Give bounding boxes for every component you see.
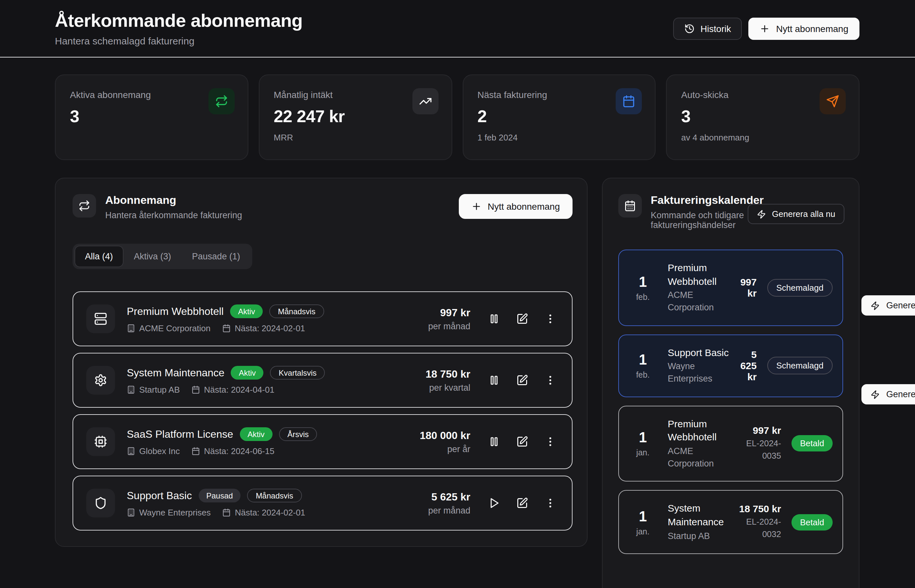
subscription-info: Support Basic Pausad Månadsvis Wayne Ent… xyxy=(127,489,305,517)
calendar-icon xyxy=(222,324,231,333)
client-name: ACME Corporation xyxy=(127,323,210,333)
event-day: 1 xyxy=(629,352,657,368)
stat-sub: MRR xyxy=(274,132,437,142)
generate-all-button[interactable]: Generera alla nu xyxy=(748,204,844,224)
price-period: per månad xyxy=(428,321,470,331)
next-billing: Nästa: 2024-04-01 xyxy=(191,385,274,395)
edit-button[interactable] xyxy=(516,374,528,386)
edit-button[interactable] xyxy=(516,497,528,509)
edit-button[interactable] xyxy=(516,436,528,447)
more-button[interactable] xyxy=(544,313,556,325)
subscription-name: System Maintenance xyxy=(127,367,225,379)
event-client: Startup AB xyxy=(668,530,733,542)
gear-icon xyxy=(86,366,115,395)
subscription-row: SaaS Platform License Aktiv Årsvis Globe… xyxy=(73,414,572,469)
subscription-actions xyxy=(488,313,556,325)
history-button[interactable]: Historik xyxy=(673,17,742,40)
event-client: ACME Corporation xyxy=(668,446,733,470)
event-date: 1 jan. xyxy=(629,430,657,458)
cpu-icon xyxy=(86,427,115,456)
pause-button[interactable] xyxy=(488,374,500,386)
event-name: Support Basic xyxy=(668,346,733,359)
plus-icon xyxy=(760,23,770,34)
subscription-name: Support Basic xyxy=(127,489,192,501)
event-client: Wayne Enterprises xyxy=(668,361,733,386)
event-info: Support Basic Wayne Enterprises xyxy=(668,346,733,385)
event-name: Premium Webbhotell xyxy=(668,417,733,444)
event-amount-block: 997 kr xyxy=(733,277,763,299)
history-button-label: Historik xyxy=(701,23,731,34)
calendar-icon xyxy=(223,508,231,517)
stat-sub: av 4 abonnemang xyxy=(681,132,845,142)
new-subscription-button-panel[interactable]: Nytt abonnemang xyxy=(459,194,572,219)
event-month: jan. xyxy=(629,449,657,458)
repeat-icon xyxy=(73,194,96,218)
billing-calendar-panel: Faktureringskalender Kommande och tidiga… xyxy=(601,178,860,588)
subscription-name: SaaS Platform License xyxy=(127,428,233,440)
interval-badge: Årsvis xyxy=(279,427,317,441)
subscription-filter-tabs: Alla (4) Aktiva (3) Pausade (1) xyxy=(73,244,252,269)
billing-calendar-titles: Faktureringskalender Kommande och tidiga… xyxy=(651,194,764,230)
subscription-row: Support Basic Pausad Månadsvis Wayne Ent… xyxy=(73,476,572,530)
event-info: Premium Webbhotell ACME Corporation xyxy=(668,417,733,470)
trending-up-icon xyxy=(412,88,438,114)
tab-pausade[interactable]: Pausade (1) xyxy=(182,246,250,267)
subscription-info: System Maintenance Aktiv Kvartalsvis Sta… xyxy=(127,366,325,395)
event-date: 1 feb. xyxy=(629,352,657,380)
status-badge: Aktiv xyxy=(240,427,273,441)
play-button[interactable] xyxy=(488,497,500,509)
billing-event-card: 1 feb. Support Basic Wayne Enterprises 5… xyxy=(618,334,843,397)
more-button[interactable] xyxy=(544,497,556,509)
price: 5 625 kr xyxy=(428,491,470,503)
event-month: feb. xyxy=(629,293,657,302)
building-icon xyxy=(127,508,135,517)
generate-now-overflow-button[interactable]: Generera nu xyxy=(862,384,915,404)
subscription-price: 5 625 kr per månad xyxy=(428,491,470,515)
more-button[interactable] xyxy=(544,436,556,447)
new-subscription-button-header[interactable]: Nytt abonnemang xyxy=(748,17,860,40)
billing-event-card: 1 feb. Premium Webbhotell ACME Corporati… xyxy=(618,250,843,326)
event-date: 1 feb. xyxy=(629,274,657,302)
new-subscription-label: Nytt abonnemang xyxy=(776,23,848,34)
pause-button[interactable] xyxy=(488,313,500,325)
event-amount: 997 kr xyxy=(733,425,781,436)
event-name: Premium Webbhotell xyxy=(668,261,733,288)
event-client: ACME Corporation xyxy=(668,290,733,314)
send-icon xyxy=(820,88,846,114)
stat-card-monthly-revenue: Månatlig intäkt 22 247 kr MRR xyxy=(259,74,452,160)
more-button[interactable] xyxy=(544,374,556,386)
subscription-actions xyxy=(488,374,556,386)
generate-all-label: Generera alla nu xyxy=(772,209,835,219)
page-title: Återkommande abonnemang xyxy=(55,10,302,31)
header-actions: Historik Nytt abonnemang xyxy=(673,17,860,40)
calendar-icon xyxy=(191,447,200,456)
interval-badge: Kvartalsvis xyxy=(270,366,325,380)
subscription-list: Premium Webbhotell Aktiv Månadsvis ACME … xyxy=(73,291,572,530)
calendar-days-icon xyxy=(618,194,642,218)
billing-calendar-subtitle: Kommande och tidigare faktureringshändel… xyxy=(651,210,754,230)
next-billing: Nästa: 2024-06-15 xyxy=(191,446,274,456)
server-icon xyxy=(86,304,115,333)
event-amount-block: 5 625 kr xyxy=(733,349,763,382)
subscription-info: SaaS Platform License Aktiv Årsvis Globe… xyxy=(127,427,317,456)
subscriptions-panel-titles: Abonnemang Hantera återkommande fakturer… xyxy=(105,194,242,220)
next-billing: Nästa: 2024-02-01 xyxy=(223,508,305,517)
stat-card-active-subscriptions: Aktiva abonnemang 3 xyxy=(55,74,248,160)
zap-icon xyxy=(871,301,880,310)
subscription-row: Premium Webbhotell Aktiv Månadsvis ACME … xyxy=(73,291,572,346)
tab-alla[interactable]: Alla (4) xyxy=(75,246,123,267)
pause-button[interactable] xyxy=(488,436,500,447)
subscription-info: Premium Webbhotell Aktiv Månadsvis ACME … xyxy=(127,304,324,333)
page-header-text: Återkommande abonnemang Hantera schemala… xyxy=(55,10,302,46)
client-name: Wayne Enterprises xyxy=(127,508,211,517)
building-icon xyxy=(127,386,135,394)
edit-button[interactable] xyxy=(516,313,528,325)
event-status-badge: Schemalagd xyxy=(767,279,833,297)
subscription-actions xyxy=(488,436,556,447)
subscriptions-panel-header: Abonnemang Hantera återkommande fakturer… xyxy=(73,194,572,220)
plus-icon xyxy=(471,201,482,212)
generate-now-overflow-button[interactable]: Generera nu xyxy=(862,295,915,315)
tab-aktiva[interactable]: Aktiva (3) xyxy=(124,246,181,267)
interval-badge: Månadsvis xyxy=(247,489,302,502)
event-month: jan. xyxy=(629,527,657,536)
